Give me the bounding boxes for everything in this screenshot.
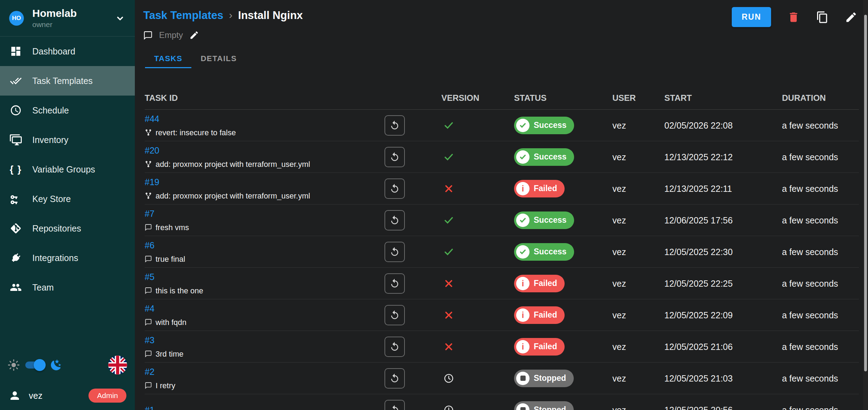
task-id-link[interactable]: #20 [145,145,159,155]
start-cell: 12/05/2025 22:30 [664,247,733,257]
sidebar-item-label: Variable Groups [32,164,95,175]
rerun-task-button[interactable] [384,242,405,262]
version-status-icon-fail [443,278,454,289]
plug-icon [9,251,22,265]
sidebar: HO Homelab owner DashboardTask Templates… [0,0,135,410]
sidebar-item-variable-groups[interactable]: { }Variable Groups [0,155,135,184]
failed-info-icon: i [516,340,530,353]
scrollbar-thumb[interactable] [864,15,867,371]
task-message: true final [156,254,185,263]
comment-icon [145,382,152,389]
theme-switcher [0,351,135,379]
dark-mode-toggle[interactable] [25,362,44,369]
braces-icon: { } [9,163,22,176]
done-all-icon [9,74,22,87]
duration-cell: a few seconds [782,341,838,352]
edit-template-button[interactable] [845,11,857,24]
task-id-link[interactable]: #4 [145,303,154,313]
status-badge: Success [514,117,574,134]
failed-info-icon: i [516,308,530,322]
breadcrumb-parent-link[interactable]: Task Templates [143,9,223,22]
rerun-icon [389,215,400,226]
status-label: Success [534,247,566,256]
user-menu[interactable]: vez Admin [0,381,135,410]
start-cell: 12/13/2025 22:12 [664,152,733,162]
task-id-link[interactable]: #5 [145,272,154,282]
tab-details[interactable]: DETAILS [191,50,246,68]
page-title: Install Nginx [238,9,303,22]
rerun-icon [389,152,400,162]
failed-info-icon: i [516,277,530,290]
run-button[interactable]: RUN [732,7,771,27]
main-content: RUN Task Templates › Install Nginx Empty [135,0,868,410]
uk-flag-language-button[interactable] [108,356,127,375]
task-message: fresh vms [156,223,189,232]
scrollbar-track[interactable] [863,0,868,410]
status-label: Success [534,121,566,130]
monitors-icon [9,133,22,147]
rerun-task-button[interactable] [384,147,405,167]
task-id-link[interactable]: #19 [145,177,159,187]
task-id-link[interactable]: #6 [145,240,154,250]
task-id-link[interactable]: #2 [145,366,154,377]
table-row: #33rd timeiFailedvez12/05/2025 21:06a fe… [145,331,859,363]
status-badge: Stopped [514,401,574,410]
rerun-task-button[interactable] [384,400,405,410]
rerun-task-button[interactable] [384,178,405,199]
sidebar-item-dashboard[interactable]: Dashboard [0,37,135,66]
copy-button[interactable] [816,11,829,24]
comment-icon [143,31,153,40]
task-id-link[interactable]: #1 [145,405,154,410]
sidebar-item-repositories[interactable]: Repositories [0,214,135,243]
breadcrumb-separator: › [229,9,232,21]
rerun-task-button[interactable] [384,273,405,294]
comment-icon [145,224,152,231]
delete-button[interactable] [787,11,800,24]
duration-cell: a few seconds [782,405,838,410]
status-badge: iFailed [514,306,565,324]
sidebar-item-key-store[interactable]: Key Store [0,184,135,214]
edit-description-button[interactable] [189,30,199,40]
status-badge: Success [514,211,574,229]
start-cell: 12/06/2025 17:56 [664,215,733,225]
rerun-icon [389,341,400,352]
duration-cell: a few seconds [782,152,838,162]
version-status-icon-fail [443,310,454,321]
user-cell: vez [612,278,626,288]
table-header: TASK ID VERSION STATUS USER START DURATI… [145,86,859,110]
sidebar-item-team[interactable]: Team [0,273,135,302]
task-id-link[interactable]: #7 [145,208,154,219]
duration-cell: a few seconds [782,373,838,383]
sidebar-item-task-templates[interactable]: Task Templates [0,66,135,96]
duration-cell: a few seconds [782,310,838,320]
status-label: Stopped [534,373,566,383]
project-switcher[interactable]: HO Homelab owner [0,0,135,37]
task-history-table: TASK ID VERSION STATUS USER START DURATI… [145,86,859,410]
rerun-icon [389,310,400,320]
table-row: #2I retryStoppedvez12/05/2025 21:03a few… [145,363,859,394]
start-cell: 12/13/2025 22:11 [664,183,732,194]
task-id-link[interactable]: #3 [145,335,154,345]
rerun-task-button[interactable] [384,337,405,357]
moon-stars-icon [50,359,63,371]
rerun-task-button[interactable] [384,210,405,230]
stopped-square-icon [516,403,530,410]
chevron-down-icon[interactable] [114,13,126,24]
task-id-link[interactable]: #44 [145,113,159,124]
sidebar-item-schedule[interactable]: Schedule [0,96,135,125]
version-status-icon-ok [443,151,454,163]
tab-tasks[interactable]: TASKS [145,50,191,68]
duration-cell: a few seconds [782,278,838,288]
tab-bar: TASKS DETAILS [143,50,868,68]
sidebar-item-inventory[interactable]: Inventory [0,125,135,155]
sidebar-item-integrations[interactable]: Integrations [0,243,135,273]
rerun-task-button[interactable] [384,368,405,389]
rerun-task-button[interactable] [384,305,405,325]
user-cell: vez [612,215,626,225]
clock-icon [9,104,22,117]
rerun-task-button[interactable] [384,115,405,136]
table-row: #20add: proxmox project with terraform_u… [145,141,859,173]
start-cell: 12/05/2025 22:25 [664,278,733,288]
col-user: USER [612,93,636,103]
duration-cell: a few seconds [782,120,838,130]
